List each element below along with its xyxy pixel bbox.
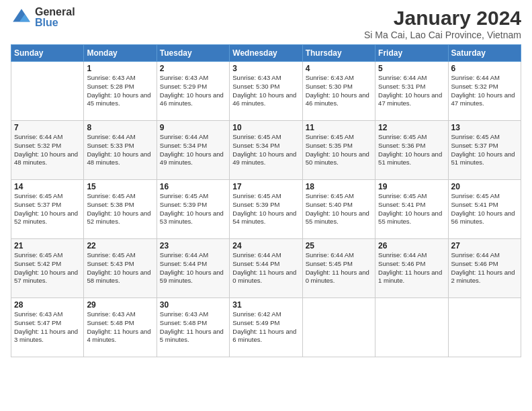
day-info: Sunrise: 6:44 AMSunset: 5:46 PMDaylight:… [378,251,445,285]
calendar-header-wednesday: Wednesday [230,45,302,62]
day-info: Sunrise: 6:45 AMSunset: 5:39 PMDaylight:… [232,192,299,226]
day-info: Sunrise: 6:43 AMSunset: 5:48 PMDaylight:… [160,310,226,345]
calendar-day-14: 14Sunrise: 6:45 AMSunset: 5:37 PMDayligh… [11,180,84,239]
calendar-day-8: 8Sunrise: 6:44 AMSunset: 5:33 PMDaylight… [84,121,157,180]
calendar-day-27: 27Sunrise: 6:44 AMSunset: 5:46 PMDayligh… [448,239,521,298]
day-info: Sunrise: 6:43 AMSunset: 5:48 PMDaylight:… [87,310,153,345]
logo-text: General Blue [35,7,75,28]
calendar-day-18: 18Sunrise: 6:45 AMSunset: 5:40 PMDayligh… [302,180,375,239]
calendar-header-row: SundayMondayTuesdayWednesdayThursdayFrid… [11,45,521,62]
day-info: Sunrise: 6:45 AMSunset: 5:37 PMDaylight:… [451,133,518,167]
day-info: Sunrise: 6:43 AMSunset: 5:30 PMDaylight:… [232,74,299,108]
location: Si Ma Cai, Lao Cai Province, Vietnam [364,30,521,40]
day-number: 17 [232,182,299,191]
day-info: Sunrise: 6:42 AMSunset: 5:49 PMDaylight:… [232,310,299,345]
day-info: Sunrise: 6:45 AMSunset: 5:40 PMDaylight:… [306,192,372,226]
day-info: Sunrise: 6:44 AMSunset: 5:32 PMDaylight:… [451,74,518,108]
calendar-day-15: 15Sunrise: 6:45 AMSunset: 5:38 PMDayligh… [84,180,157,239]
day-info: Sunrise: 6:45 AMSunset: 5:41 PMDaylight:… [378,192,445,226]
day-info: Sunrise: 6:44 AMSunset: 5:44 PMDaylight:… [160,251,226,285]
day-number: 13 [451,123,518,132]
logo-general: General [35,7,75,17]
day-number: 30 [160,300,226,310]
day-number: 8 [87,123,153,132]
day-info: Sunrise: 6:45 AMSunset: 5:41 PMDaylight:… [451,192,518,226]
calendar-day-21: 21Sunrise: 6:45 AMSunset: 5:42 PMDayligh… [11,239,84,298]
day-number: 2 [160,64,226,73]
day-number: 15 [87,182,153,191]
calendar-day-10: 10Sunrise: 6:45 AMSunset: 5:34 PMDayligh… [230,121,302,180]
day-number: 22 [87,241,153,250]
header: General Blue January 2024 Si Ma Cai, Lao… [11,7,521,40]
day-number: 28 [14,300,81,310]
calendar-header-sunday: Sunday [11,45,84,62]
calendar-day-13: 13Sunrise: 6:45 AMSunset: 5:37 PMDayligh… [448,121,521,180]
calendar-day-5: 5Sunrise: 6:44 AMSunset: 5:31 PMDaylight… [375,62,448,121]
calendar-day-2: 2Sunrise: 6:43 AMSunset: 5:29 PMDaylight… [157,62,229,121]
day-number: 18 [306,182,372,191]
calendar-day-29: 29Sunrise: 6:43 AMSunset: 5:48 PMDayligh… [84,298,157,357]
logo-blue: Blue [35,17,75,28]
calendar-header-thursday: Thursday [302,45,375,62]
page: General Blue January 2024 Si Ma Cai, Lao… [0,0,532,411]
day-info: Sunrise: 6:44 AMSunset: 5:46 PMDaylight:… [451,251,518,285]
calendar-week-1: 1Sunrise: 6:43 AMSunset: 5:28 PMDaylight… [11,62,521,121]
day-number: 14 [14,182,81,191]
logo-icon [11,7,32,28]
day-number: 29 [87,300,153,310]
day-info: Sunrise: 6:44 AMSunset: 5:32 PMDaylight:… [14,133,81,167]
day-info: Sunrise: 6:45 AMSunset: 5:36 PMDaylight:… [378,133,445,167]
calendar-day-17: 17Sunrise: 6:45 AMSunset: 5:39 PMDayligh… [230,180,302,239]
day-number: 20 [451,182,518,191]
day-number: 9 [160,123,226,132]
day-number: 23 [160,241,226,250]
day-number: 21 [14,241,81,250]
day-number: 10 [232,123,299,132]
calendar-day-1: 1Sunrise: 6:43 AMSunset: 5:28 PMDaylight… [84,62,157,121]
logo: General Blue [11,7,75,28]
day-info: Sunrise: 6:45 AMSunset: 5:34 PMDaylight:… [232,133,299,167]
day-number: 1 [87,64,153,73]
calendar-day-7: 7Sunrise: 6:44 AMSunset: 5:32 PMDaylight… [11,121,84,180]
calendar-day-25: 25Sunrise: 6:44 AMSunset: 5:45 PMDayligh… [302,239,375,298]
day-number: 7 [14,123,81,132]
day-info: Sunrise: 6:45 AMSunset: 5:39 PMDaylight:… [160,192,226,226]
day-number: 5 [378,64,445,73]
calendar-day-20: 20Sunrise: 6:45 AMSunset: 5:41 PMDayligh… [448,180,521,239]
day-number: 3 [232,64,299,73]
calendar-day-23: 23Sunrise: 6:44 AMSunset: 5:44 PMDayligh… [157,239,229,298]
day-number: 19 [378,182,445,191]
title-block: January 2024 Si Ma Cai, Lao Cai Province… [364,7,521,40]
calendar-day-11: 11Sunrise: 6:45 AMSunset: 5:35 PMDayligh… [302,121,375,180]
calendar-table: SundayMondayTuesdayWednesdayThursdayFrid… [11,44,521,357]
day-number: 6 [451,64,518,73]
day-info: Sunrise: 6:44 AMSunset: 5:34 PMDaylight:… [160,133,226,167]
calendar-header-monday: Monday [84,45,157,62]
day-number: 12 [378,123,445,132]
empty-cell [302,298,375,357]
calendar-day-19: 19Sunrise: 6:45 AMSunset: 5:41 PMDayligh… [375,180,448,239]
empty-cell [448,298,521,357]
calendar-day-31: 31Sunrise: 6:42 AMSunset: 5:49 PMDayligh… [230,298,302,357]
day-info: Sunrise: 6:45 AMSunset: 5:35 PMDaylight:… [306,133,372,167]
day-number: 11 [306,123,372,132]
day-number: 16 [160,182,226,191]
day-number: 31 [232,300,299,310]
day-info: Sunrise: 6:44 AMSunset: 5:31 PMDaylight:… [378,74,445,108]
calendar-day-3: 3Sunrise: 6:43 AMSunset: 5:30 PMDaylight… [230,62,302,121]
day-number: 25 [306,241,372,250]
day-number: 26 [378,241,445,250]
calendar-header-friday: Friday [375,45,448,62]
day-info: Sunrise: 6:45 AMSunset: 5:42 PMDaylight:… [14,251,81,285]
day-number: 24 [232,241,299,250]
day-info: Sunrise: 6:45 AMSunset: 5:38 PMDaylight:… [87,192,153,226]
day-info: Sunrise: 6:43 AMSunset: 5:30 PMDaylight:… [306,74,372,108]
calendar-week-3: 14Sunrise: 6:45 AMSunset: 5:37 PMDayligh… [11,180,521,239]
day-info: Sunrise: 6:44 AMSunset: 5:45 PMDaylight:… [306,251,372,285]
empty-cell [375,298,448,357]
day-number: 4 [306,64,372,73]
calendar-week-2: 7Sunrise: 6:44 AMSunset: 5:32 PMDaylight… [11,121,521,180]
day-info: Sunrise: 6:43 AMSunset: 5:28 PMDaylight:… [87,74,153,108]
calendar-day-22: 22Sunrise: 6:45 AMSunset: 5:43 PMDayligh… [84,239,157,298]
calendar-week-5: 28Sunrise: 6:43 AMSunset: 5:47 PMDayligh… [11,298,521,357]
